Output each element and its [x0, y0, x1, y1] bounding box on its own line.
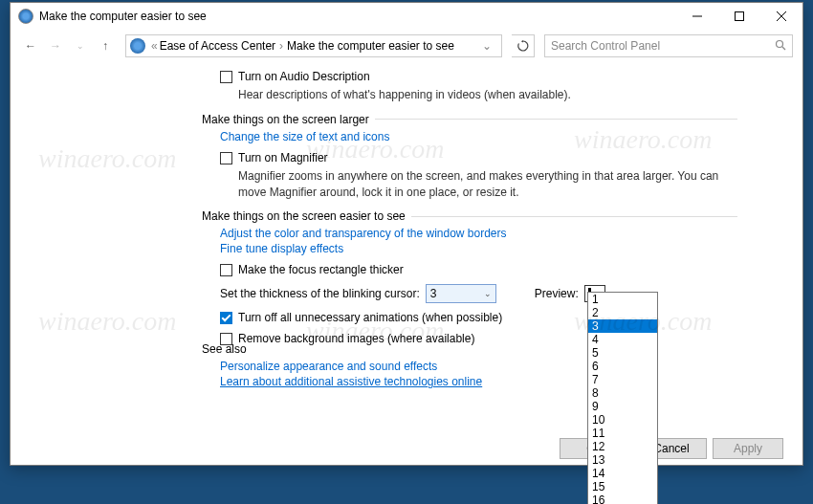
- checkbox-turn-off-animations[interactable]: [220, 312, 232, 324]
- dropdown-option[interactable]: 15: [588, 480, 657, 493]
- section-larger-title: Make things on the screen larger: [202, 113, 737, 126]
- checkbox-label: Make the focus rectangle thicker: [238, 263, 404, 276]
- dropdown-option[interactable]: 10: [588, 413, 657, 427]
- dropdown-option[interactable]: 1: [588, 293, 657, 306]
- checkbox-focus-rect[interactable]: [220, 264, 232, 276]
- checkbox-label: Turn on Audio Description: [238, 70, 370, 83]
- link-assistive-tech[interactable]: Learn about additional assistive technol…: [220, 375, 482, 388]
- titlebar: Make the computer easier to see: [11, 3, 802, 30]
- checkbox-audio-description[interactable]: [220, 71, 232, 83]
- dropdown-option[interactable]: 11: [588, 427, 657, 440]
- dropdown-option[interactable]: 8: [588, 386, 657, 400]
- dropdown-option[interactable]: 4: [588, 333, 657, 346]
- dropdown-option[interactable]: 14: [588, 467, 657, 480]
- checkbox-label: Turn off all unnecessary animations (whe…: [238, 311, 502, 324]
- search-icon: [775, 39, 786, 54]
- audio-desc-text: Hear descriptions of what's happening in…: [238, 87, 737, 103]
- svg-rect-1: [736, 12, 744, 21]
- link-personalize[interactable]: Personalize appearance and sound effects: [220, 360, 482, 373]
- minimize-button[interactable]: [676, 3, 718, 30]
- svg-line-5: [782, 47, 785, 50]
- dropdown-option[interactable]: 16: [588, 493, 657, 504]
- dropdown-option[interactable]: 9: [588, 400, 657, 413]
- recent-chevron-icon[interactable]: ⌄: [70, 35, 91, 56]
- breadcrumb-item[interactable]: Make the computer easier to see: [287, 39, 454, 53]
- maximize-button[interactable]: [718, 3, 760, 30]
- close-button[interactable]: [760, 3, 802, 30]
- checkbox-magnifier[interactable]: [220, 152, 232, 164]
- refresh-button[interactable]: [512, 34, 535, 57]
- nav-row: ← → ⌄ ↑ « Ease of Access Center › Make t…: [11, 30, 802, 62]
- dropdown-option[interactable]: 7: [588, 373, 657, 386]
- up-button[interactable]: ↑: [95, 35, 116, 56]
- breadcrumb-item[interactable]: Ease of Access Center: [160, 39, 275, 53]
- dropdown-option[interactable]: 12: [588, 440, 657, 453]
- dropdown-option[interactable]: 5: [588, 346, 657, 360]
- link-fine-tune[interactable]: Fine tune display effects: [220, 242, 737, 255]
- link-adjust-color[interactable]: Adjust the color and transparency of the…: [220, 227, 737, 240]
- window-title: Make the computer easier to see: [39, 10, 207, 23]
- breadcrumb-icon: [130, 38, 145, 54]
- cursor-thickness-dropdown[interactable]: 1234567891011121314151617181920: [587, 292, 658, 504]
- dropdown-option[interactable]: 2: [588, 306, 657, 319]
- svg-point-4: [777, 40, 783, 47]
- dropdown-option[interactable]: 3: [588, 319, 657, 333]
- breadcrumb[interactable]: « Ease of Access Center › Make the compu…: [125, 34, 502, 57]
- cursor-thickness-label: Set the thickness of the blinking cursor…: [220, 287, 420, 300]
- section-easier-title: Make things on the screen easier to see: [202, 209, 737, 223]
- preview-label: Preview:: [535, 287, 579, 300]
- magnifier-desc: Magnifier zooms in anywhere on the scree…: [238, 168, 736, 201]
- chevron-down-icon[interactable]: ⌄: [476, 39, 497, 53]
- forward-button[interactable]: →: [45, 35, 66, 56]
- search-input[interactable]: Search Control Panel: [544, 34, 793, 57]
- window: Make the computer easier to see ← → ⌄ ↑ …: [10, 2, 803, 466]
- checkbox-label: Turn on Magnifier: [238, 151, 328, 164]
- see-also-title: See also: [202, 342, 482, 356]
- cursor-thickness-combo[interactable]: 3 ⌄: [426, 284, 496, 303]
- content-area: Turn on Audio Description Hear descripti…: [11, 62, 802, 430]
- app-icon: [18, 9, 33, 24]
- link-change-size[interactable]: Change the size of text and icons: [220, 130, 737, 143]
- dropdown-option[interactable]: 6: [588, 360, 657, 373]
- back-button[interactable]: ←: [20, 35, 41, 56]
- apply-button[interactable]: Apply: [713, 438, 783, 459]
- chevron-down-icon: ⌄: [484, 289, 492, 298]
- dropdown-option[interactable]: 13: [588, 453, 657, 467]
